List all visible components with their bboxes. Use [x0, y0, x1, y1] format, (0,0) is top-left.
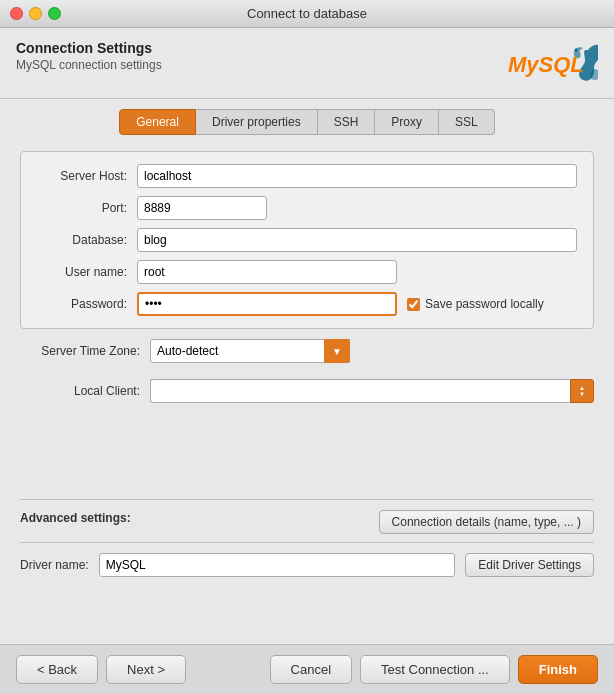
- driver-label: Driver name:: [20, 558, 89, 572]
- tab-driver-properties[interactable]: Driver properties: [196, 109, 318, 135]
- server-host-row: Server Host:: [37, 164, 577, 188]
- database-label: Database:: [37, 233, 137, 247]
- server-host-input[interactable]: [137, 164, 577, 188]
- timezone-label: Server Time Zone:: [20, 344, 150, 358]
- header-section: Connection Settings MySQL connection set…: [0, 28, 614, 99]
- tab-ssh[interactable]: SSH: [318, 109, 376, 135]
- password-input[interactable]: [137, 292, 397, 316]
- advanced-section: Advanced settings: Connection details (n…: [20, 499, 594, 534]
- connection-settings-subtitle: MySQL connection settings: [16, 58, 162, 72]
- maximize-button[interactable]: [48, 7, 61, 20]
- local-client-row: Local Client:: [20, 379, 594, 411]
- window-title: Connect to database: [247, 6, 367, 21]
- password-row: Password: Save password locally: [37, 292, 577, 316]
- tabs-bar: General Driver properties SSH Proxy SSL: [0, 99, 614, 135]
- svg-text:MySQL: MySQL: [508, 52, 584, 77]
- connection-settings-title: Connection Settings: [16, 40, 162, 56]
- username-label: User name:: [37, 265, 137, 279]
- driver-section: Driver name: Edit Driver Settings: [20, 542, 594, 577]
- server-host-label: Server Host:: [37, 169, 137, 183]
- username-row: User name:: [37, 260, 577, 284]
- tab-proxy[interactable]: Proxy: [375, 109, 439, 135]
- save-password-row: Save password locally: [407, 297, 544, 311]
- driver-input[interactable]: [99, 553, 456, 577]
- port-row: Port:: [37, 196, 577, 220]
- back-button[interactable]: < Back: [16, 655, 98, 684]
- timezone-row: Server Time Zone:: [20, 339, 594, 371]
- window-body: Connection Settings MySQL connection set…: [0, 28, 614, 694]
- timezone-select-container: [150, 339, 350, 363]
- connection-details-button[interactable]: Connection details (name, type, ... ): [379, 510, 594, 534]
- edit-driver-settings-button[interactable]: Edit Driver Settings: [465, 553, 594, 577]
- timezone-input[interactable]: [150, 339, 350, 363]
- test-connection-button[interactable]: Test Connection ...: [360, 655, 510, 684]
- mysql-logo: MySQL: [508, 40, 598, 90]
- port-input[interactable]: [137, 196, 267, 220]
- tab-general[interactable]: General: [119, 109, 196, 135]
- content-area: Server Host: Port: Database: User name:: [0, 135, 614, 644]
- minimize-button[interactable]: [29, 7, 42, 20]
- save-password-checkbox[interactable]: [407, 298, 420, 311]
- local-client-spinner[interactable]: [570, 379, 594, 403]
- bottom-bar: < Back Next > Cancel Test Connection ...…: [0, 644, 614, 694]
- mysql-logo-svg: MySQL: [508, 40, 598, 90]
- local-client-container: [150, 379, 594, 403]
- spacer: [20, 419, 594, 499]
- cancel-button[interactable]: Cancel: [270, 655, 352, 684]
- connection-form: Server Host: Port: Database: User name:: [20, 151, 594, 329]
- database-input[interactable]: [137, 228, 577, 252]
- password-label: Password:: [37, 297, 137, 311]
- window-controls: [10, 7, 61, 20]
- username-input[interactable]: [137, 260, 397, 284]
- tab-ssl[interactable]: SSL: [439, 109, 495, 135]
- advanced-title: Advanced settings:: [20, 511, 131, 525]
- next-button[interactable]: Next >: [106, 655, 186, 684]
- database-row: Database:: [37, 228, 577, 252]
- header-text: Connection Settings MySQL connection set…: [16, 40, 162, 72]
- local-client-label: Local Client:: [20, 384, 150, 398]
- local-client-input[interactable]: [150, 379, 571, 403]
- save-password-label: Save password locally: [425, 297, 544, 311]
- close-button[interactable]: [10, 7, 23, 20]
- port-label: Port:: [37, 201, 137, 215]
- finish-button[interactable]: Finish: [518, 655, 598, 684]
- title-bar: Connect to database: [0, 0, 614, 28]
